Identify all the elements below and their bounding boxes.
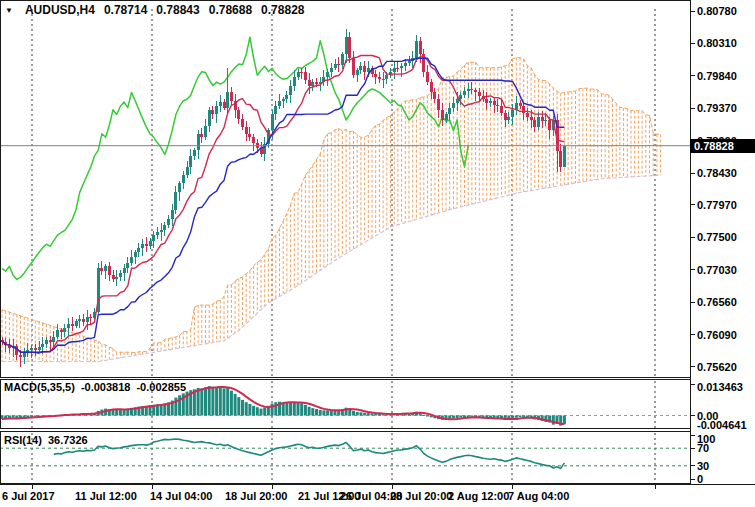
- time-axis-label: 11 Jul 12:00: [75, 490, 137, 502]
- price-axis-label: 0.78430: [697, 167, 737, 179]
- price-axis-label: 0.79370: [697, 102, 737, 114]
- price-axis-label: 0.80310: [697, 37, 737, 49]
- time-axis-label: 14 Jul 04:00: [150, 490, 212, 502]
- time-axis-label: 2 Aug 12:00: [448, 490, 509, 502]
- time-axis-label: 28 Jul 20:00: [390, 490, 452, 502]
- chart-canvas[interactable]: [0, 0, 755, 507]
- time-axis-label: 7 Aug 04:00: [508, 490, 569, 502]
- price-axis-label: 0.76560: [697, 296, 737, 308]
- rsi-indicator-label: RSI(14) 36.7326: [4, 434, 88, 446]
- chart-title-bar: ▼ AUDUSD,H4 0.78714 0.78843 0.78688 0.78…: [5, 3, 305, 17]
- macd-axis-label: 0.013463: [697, 381, 743, 393]
- price-axis-label: 0.77500: [697, 231, 737, 243]
- ohlc-high: 0.78843: [156, 3, 199, 17]
- chart-window: ▼ AUDUSD,H4 0.78714 0.78843 0.78688 0.78…: [0, 0, 755, 507]
- current-price-badge: 0.78828: [690, 139, 755, 153]
- time-axis-label: 18 Jul 20:00: [225, 490, 287, 502]
- dropdown-triangle-icon[interactable]: ▼: [5, 6, 13, 15]
- macd-indicator-label: MACD(5,35,5) -0.003818 -0.002855: [4, 381, 186, 393]
- price-axis-label: 0.79840: [697, 70, 737, 82]
- price-axis-label: 0.76090: [697, 329, 737, 341]
- panel-frames: [0, 0, 755, 489]
- ohlc-close: 0.78828: [261, 3, 304, 17]
- time-axis-label: 6 Jul 2017: [2, 490, 55, 502]
- symbol-period-label: AUDUSD,H4: [25, 3, 95, 17]
- macd-axis-label: -0.004641: [697, 419, 747, 431]
- macd-main-value: -0.003818: [81, 381, 131, 393]
- rsi-axis-label: 30: [697, 460, 709, 472]
- ohlc-open: 0.78714: [104, 3, 147, 17]
- price-axis-label: 0.80780: [697, 5, 737, 17]
- macd-name: MACD(5,35,5): [4, 381, 75, 393]
- price-axis-label: 0.75620: [697, 361, 737, 373]
- rsi-layer: [0, 439, 690, 468]
- macd-signal-value: -0.002855: [136, 381, 186, 393]
- rsi-value: 36.7326: [48, 434, 88, 446]
- rsi-axis-label: 70: [697, 442, 709, 454]
- price-axis-label: 0.77030: [697, 264, 737, 276]
- ohlc-low: 0.78688: [209, 3, 252, 17]
- ichimoku-cloud-layer: [2, 58, 661, 362]
- rsi-name: RSI(14): [4, 434, 42, 446]
- rsi-axis-label: 0: [697, 473, 703, 485]
- price-axis-label: 0.77970: [697, 199, 737, 211]
